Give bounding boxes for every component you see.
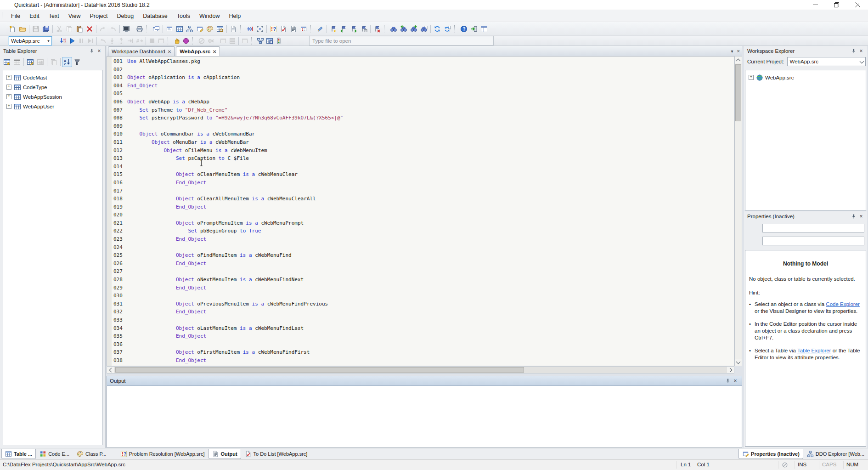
problem-resolution-icon[interactable]: !?: [268, 24, 278, 34]
file-open-input[interactable]: [309, 36, 494, 45]
scroll-down-icon[interactable]: [735, 359, 742, 366]
expand-icon[interactable]: +: [6, 75, 11, 80]
code-line[interactable]: 015 Object oClearMenuItem is a cWebMenuC…: [107, 170, 734, 179]
object-properties-icon[interactable]: [195, 24, 205, 34]
output-content[interactable]: [107, 386, 742, 448]
bookmark-next-icon[interactable]: [349, 24, 359, 34]
color-palette-icon[interactable]: [205, 24, 215, 34]
table-tree-item-codemast[interactable]: +CodeMast: [3, 73, 102, 82]
edit-table-icon[interactable]: [25, 57, 35, 67]
run-application-icon[interactable]: [121, 24, 131, 34]
delete-table-icon[interactable]: [12, 57, 22, 67]
code-line[interactable]: 035 End_Object: [107, 332, 734, 340]
paste-icon[interactable]: [74, 24, 85, 34]
webapp-server-icon[interactable]: [181, 36, 191, 45]
set-next-statement-icon[interactable]: #: [135, 36, 144, 45]
code-line[interactable]: 023 End_Object: [107, 235, 734, 243]
close-icon[interactable]: ×: [857, 213, 865, 220]
code-line[interactable]: 009: [107, 122, 734, 130]
table-lookup-icon[interactable]: [215, 24, 225, 34]
table-explorer-tree[interactable]: +CodeMast+CodeType+WebAppSession+WebAppU…: [3, 70, 102, 445]
code-line[interactable]: 012 Object oFileMenu is a cWebMenuItem: [107, 147, 734, 155]
open-file-icon[interactable]: [17, 24, 28, 34]
editor-tab-webapp-src[interactable]: WebApp.src✕: [176, 46, 220, 56]
code-line[interactable]: 010 Object oCommandbar is a cWebCommandB…: [107, 130, 734, 138]
bottom-tab-ddo-explorer-web-[interactable]: DDO Explorer [Web...: [803, 449, 868, 459]
menu-view[interactable]: View: [64, 10, 85, 22]
code-line[interactable]: 002: [107, 66, 734, 74]
go-to-web-icon[interactable]: [469, 24, 479, 34]
code-line[interactable]: 020: [107, 211, 734, 219]
continue-icon[interactable]: [86, 36, 95, 45]
vertical-scroll-thumb[interactable]: [735, 64, 741, 121]
server-status-icon[interactable]: [274, 36, 283, 45]
code-line[interactable]: 004End_Object: [107, 82, 734, 90]
workspace-explorer-tree[interactable]: +WebApp.src: [745, 70, 866, 210]
help-icon[interactable]: ?: [459, 24, 469, 34]
table-tree-item-webappuser[interactable]: +WebAppUser: [3, 102, 102, 111]
close-icon[interactable]: ✕: [213, 49, 216, 54]
code-line[interactable]: 007 Set psTheme to "Df_Web_Creme": [107, 106, 734, 114]
workspace-orgchart-icon[interactable]: [256, 36, 265, 45]
stop-debug-icon[interactable]: [147, 36, 157, 45]
scroll-right-icon[interactable]: [727, 367, 734, 373]
code-line[interactable]: 028 Object oNextMenuItem is a cWebMenuFi…: [107, 276, 734, 284]
new-table-icon[interactable]: [2, 57, 12, 67]
bottom-tab-to-do-list-webapp-src-[interactable]: To Do List [WebApp.src]: [241, 449, 311, 459]
code-explorer-link[interactable]: Code Explorer: [826, 301, 860, 307]
breakpoint-list-icon[interactable]: [299, 24, 309, 34]
menu-file[interactable]: File: [6, 10, 25, 22]
table-explorer-link[interactable]: Table Explorer: [797, 348, 831, 353]
expand-icon[interactable]: +: [6, 85, 11, 90]
cut-icon[interactable]: [54, 24, 64, 34]
print-icon[interactable]: [135, 24, 145, 34]
document-view-icon[interactable]: [228, 24, 238, 34]
copy-icon[interactable]: [64, 24, 74, 34]
bottom-tab-table-[interactable]: Table ...: [1, 449, 36, 459]
bottom-tab-class-p-[interactable]: Class P...: [73, 449, 110, 459]
code-line[interactable]: 005: [107, 90, 734, 98]
find-icon[interactable]: [389, 24, 399, 34]
panel-layout-icon[interactable]: [479, 24, 489, 34]
table-tree-item-codetype[interactable]: +CodeType: [3, 82, 102, 92]
scroll-left-icon[interactable]: [107, 367, 114, 373]
refresh-icon[interactable]: [432, 24, 442, 34]
debug-windows-icon[interactable]: [219, 36, 228, 45]
restore-icon[interactable]: [826, 0, 847, 10]
code-line[interactable]: 034 Object oLastMenuItem is a cWebMenuFi…: [107, 324, 734, 333]
close-document-icon[interactable]: ×: [737, 48, 740, 54]
code-line[interactable]: 018 Object oClearAllMenuItem is a cWebMe…: [107, 195, 734, 203]
compile-order-icon[interactable]: 0110: [58, 36, 68, 45]
code-line[interactable]: 031 Object oPreviousMenuItem is a cWebMe…: [107, 300, 734, 308]
horizontal-scrollbar[interactable]: [107, 366, 734, 374]
code-line[interactable]: 003Object oApplication is a cApplication: [107, 74, 734, 82]
break-all-icon[interactable]: [157, 36, 166, 45]
filter-icon[interactable]: [72, 57, 82, 67]
delete-icon[interactable]: [85, 24, 95, 34]
code-line[interactable]: 026 End_Object: [107, 260, 734, 268]
expand-icon[interactable]: +: [6, 94, 11, 99]
data-sync-icon[interactable]: [175, 24, 185, 34]
step-into-icon[interactable]: [107, 36, 117, 45]
bottom-tab-properties-inactive-[interactable]: Properties (Inactive): [738, 449, 803, 459]
close-icon[interactable]: ✕: [168, 49, 171, 54]
code-line[interactable]: 025 Object oFindMenuItem is a cWebMenuFi…: [107, 251, 734, 260]
chevron-down-icon[interactable]: ▾: [45, 39, 51, 43]
menu-debug[interactable]: Debug: [112, 10, 138, 22]
pause-on-break-icon[interactable]: [172, 36, 181, 45]
todo-list-icon[interactable]: [278, 24, 288, 34]
table-tree-item-webappsession[interactable]: +WebAppSession: [3, 92, 102, 102]
code-line[interactable]: 017: [107, 187, 734, 195]
pause-icon[interactable]: [77, 36, 86, 45]
compile-icon[interactable]: [245, 24, 255, 34]
find-in-tables-icon[interactable]: [265, 36, 274, 45]
code-line[interactable]: 038 End_Object: [107, 357, 734, 365]
menu-edit[interactable]: Edit: [25, 10, 44, 22]
bottom-tab-problem-resolution-webapp-src-[interactable]: !?Problem Resolution [WebApp.src]: [117, 449, 209, 459]
horizontal-scroll-thumb[interactable]: [115, 367, 524, 373]
code-line[interactable]: 006Object oWebApp is a cWebApp: [107, 98, 734, 106]
step-out-icon[interactable]: [117, 36, 126, 45]
code-line[interactable]: 029 End_Object: [107, 284, 734, 292]
bottom-tab-output[interactable]: Output: [209, 449, 241, 459]
code-line[interactable]: 019 End_Object: [107, 203, 734, 211]
